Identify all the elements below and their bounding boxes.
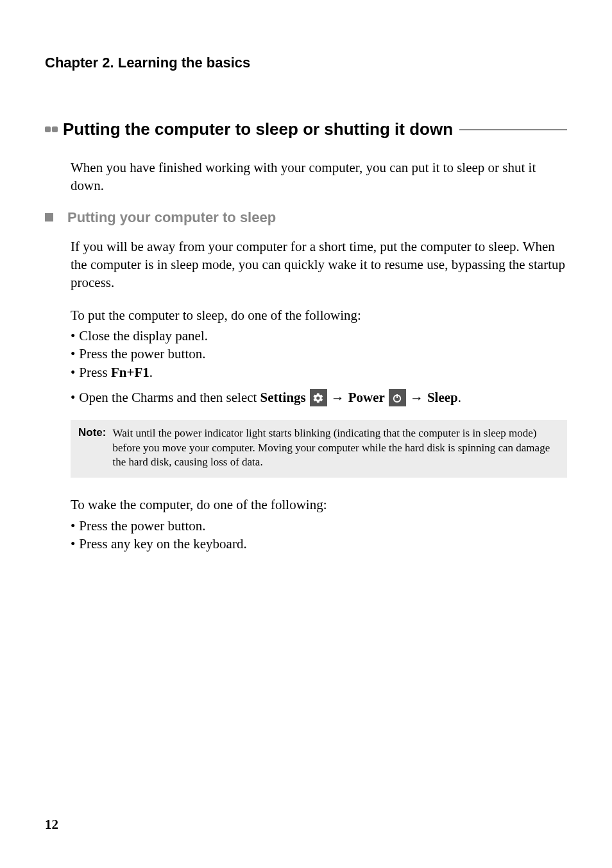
sleep-label: Sleep bbox=[427, 390, 458, 405]
list-item: • Press the power button. bbox=[71, 345, 567, 363]
bullet-icon: • bbox=[71, 517, 75, 535]
power-label: Power bbox=[348, 388, 385, 408]
bullet-icon: • bbox=[71, 535, 75, 553]
page-number: 12 bbox=[45, 817, 58, 833]
power-icon bbox=[389, 389, 406, 406]
text-fragment: . bbox=[149, 365, 153, 380]
keyboard-shortcut: Fn+F1 bbox=[111, 365, 149, 380]
list-item-text: Press the power button. bbox=[79, 517, 205, 535]
list-item-text: Close the display panel. bbox=[79, 327, 208, 345]
list-item: • Press the power button. bbox=[71, 517, 567, 535]
sub-heading-row: Putting your computer to sleep bbox=[45, 209, 567, 226]
text-fragment: . bbox=[458, 390, 461, 405]
list-item: • Press any key on the keyboard. bbox=[71, 535, 567, 553]
wake-instruction-lead: To wake the computer, do one of the foll… bbox=[71, 496, 567, 514]
heading-bullets-icon bbox=[45, 126, 58, 132]
heading-rule-icon bbox=[459, 129, 567, 130]
arrow-icon: → bbox=[331, 388, 344, 408]
list-item: • Close the display panel. bbox=[71, 327, 567, 345]
square-bullet-icon bbox=[45, 213, 53, 221]
bullet-icon: • bbox=[71, 345, 75, 363]
wake-bullet-list: • Press the power button. • Press any ke… bbox=[71, 517, 567, 553]
list-item-text: Press any key on the keyboard. bbox=[79, 535, 246, 553]
gear-icon bbox=[310, 389, 327, 406]
list-item-text: Press the power button. bbox=[79, 345, 205, 363]
bullet-icon: • bbox=[71, 327, 75, 345]
arrow-icon: → bbox=[410, 388, 423, 408]
sub-heading: Putting your computer to sleep bbox=[67, 209, 276, 226]
list-item: • Press Fn+F1. bbox=[71, 363, 567, 381]
chapter-header: Chapter 2. Learning the basics bbox=[45, 55, 567, 71]
main-heading: Putting the computer to sleep or shuttin… bbox=[63, 119, 453, 139]
text-fragment: Open the Charms and then select Settings bbox=[79, 388, 305, 408]
sleep-bullet-list: • Close the display panel. • Press the p… bbox=[71, 327, 567, 381]
note-box: Note: Wait until the power indicator lig… bbox=[71, 420, 567, 478]
sleep-instruction-lead: To put the computer to sleep, do one of … bbox=[71, 306, 567, 324]
text-fragment: Sleep. bbox=[427, 388, 461, 408]
text-fragment: Open the Charms and then select bbox=[79, 390, 260, 405]
settings-label: Settings bbox=[260, 390, 306, 405]
charms-instruction: • Open the Charms and then select Settin… bbox=[71, 388, 567, 408]
text-fragment: Press bbox=[79, 365, 111, 380]
intro-paragraph: When you have finished working with your… bbox=[71, 159, 567, 195]
bullet-icon: • bbox=[71, 388, 75, 408]
note-label: Note: bbox=[78, 426, 106, 439]
list-item-text: Press Fn+F1. bbox=[79, 363, 153, 381]
bullet-icon: • bbox=[71, 363, 75, 381]
sleep-paragraph: If you will be away from your computer f… bbox=[71, 238, 567, 292]
note-text: Wait until the power indicator light sta… bbox=[112, 426, 559, 471]
main-heading-row: Putting the computer to sleep or shuttin… bbox=[45, 119, 567, 139]
